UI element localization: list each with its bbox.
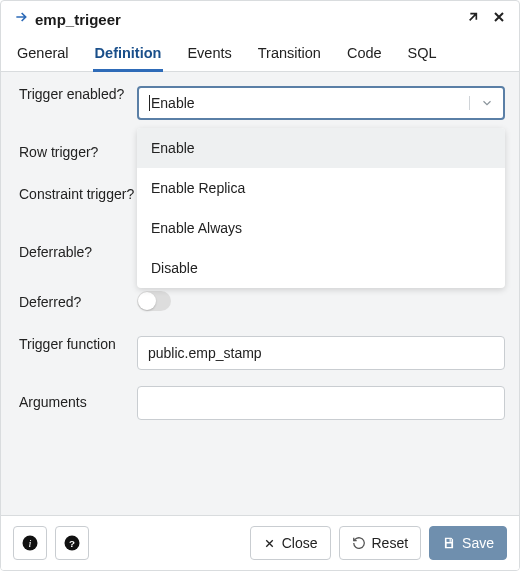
reset-label: Reset xyxy=(372,535,409,551)
x-icon xyxy=(263,537,276,550)
label-row-trigger: Row trigger? xyxy=(19,144,137,162)
tab-code[interactable]: Code xyxy=(345,35,384,71)
deferred-toggle[interactable] xyxy=(137,291,171,311)
save-label: Save xyxy=(462,535,494,551)
maximize-icon[interactable] xyxy=(465,9,481,29)
label-arguments: Arguments xyxy=(19,394,137,412)
save-button[interactable]: Save xyxy=(429,526,507,560)
info-button[interactable]: i xyxy=(13,526,47,560)
svg-text:?: ? xyxy=(69,538,75,549)
close-button[interactable]: Close xyxy=(250,526,331,560)
save-icon xyxy=(442,536,456,550)
dropdown-option-disable[interactable]: Disable xyxy=(137,248,505,288)
chevron-down-icon[interactable] xyxy=(469,96,503,110)
label-deferred: Deferred? xyxy=(19,294,137,312)
arguments-input[interactable] xyxy=(137,386,505,420)
tab-general[interactable]: General xyxy=(15,35,71,71)
dropdown-option-enable-replica[interactable]: Enable Replica xyxy=(137,168,505,208)
trigger-enabled-dropdown: Enable Enable Replica Enable Always Disa… xyxy=(137,128,505,288)
arrow-right-icon xyxy=(13,9,29,29)
trigger-enabled-select[interactable]: Enable xyxy=(137,86,505,120)
label-deferrable: Deferrable? xyxy=(19,244,137,262)
svg-rect-5 xyxy=(450,539,451,542)
tab-events[interactable]: Events xyxy=(185,35,233,71)
label-constraint-trigger: Constraint trigger? xyxy=(19,186,137,204)
tab-transition[interactable]: Transition xyxy=(256,35,323,71)
dropdown-option-enable[interactable]: Enable xyxy=(137,128,505,168)
text-cursor xyxy=(149,95,150,111)
tab-definition[interactable]: Definition xyxy=(93,35,164,71)
reset-icon xyxy=(352,536,366,550)
form-area: Trigger enabled? Enable Row trigger? Con… xyxy=(1,72,519,515)
tabs: General Definition Events Transition Cod… xyxy=(1,35,519,72)
dialog-title: emp_trigeer xyxy=(35,11,465,28)
dropdown-option-enable-always[interactable]: Enable Always xyxy=(137,208,505,248)
tab-sql[interactable]: SQL xyxy=(406,35,439,71)
label-trigger-enabled: Trigger enabled? xyxy=(19,86,137,104)
help-button[interactable]: ? xyxy=(55,526,89,560)
close-icon[interactable] xyxy=(491,9,507,29)
trigger-enabled-value: Enable xyxy=(151,95,195,111)
trigger-function-input[interactable] xyxy=(137,336,505,370)
label-trigger-function: Trigger function xyxy=(19,336,137,354)
close-label: Close xyxy=(282,535,318,551)
titlebar: emp_trigeer xyxy=(1,1,519,35)
footer: i ? Close Reset Save xyxy=(1,515,519,570)
svg-text:i: i xyxy=(29,538,32,549)
reset-button[interactable]: Reset xyxy=(339,526,422,560)
